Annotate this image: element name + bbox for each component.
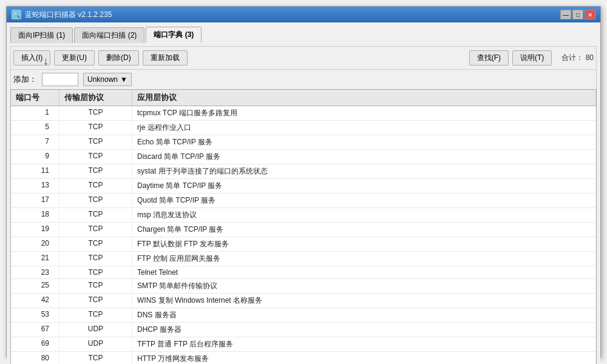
col-header-transport: 传输层协议 <box>59 90 132 106</box>
add-row: 添加： ↑ Unknown ▼ <box>10 69 597 89</box>
table-cell: TCP <box>59 266 132 278</box>
table-cell: systat 用于列举连接了的端口的系统状态 <box>132 164 596 178</box>
table-cell: 5 <box>11 121 59 135</box>
table-row[interactable]: 23TCPTelnet Telnet <box>11 266 596 279</box>
table-cell: TCP <box>59 252 132 266</box>
table-cell: 23 <box>11 266 59 278</box>
table-cell: Daytime 简单 TCP/IP 服务 <box>132 179 596 193</box>
table-cell: TFTP 普通 FTP 后台程序服务 <box>132 337 596 351</box>
total-label: 合计： 80 <box>561 53 594 63</box>
tab-port-dict[interactable]: 端口字典 (3) <box>146 27 202 43</box>
table-cell: DNS 服务器 <box>132 308 596 322</box>
table-cell: 53 <box>11 308 59 322</box>
table-cell: TCP <box>59 106 132 120</box>
col-header-app: 应用层协议 <box>132 90 596 106</box>
table-cell: TCP <box>59 135 132 149</box>
table-cell: TCP <box>59 352 132 364</box>
table-cell: WINS 复制 Windows Internet 名称服务 <box>132 294 596 308</box>
table-cell: Telnet Telnet <box>132 266 596 278</box>
table-cell: TCP <box>59 194 132 207</box>
reload-button[interactable]: 重新加载 <box>143 50 188 66</box>
table-cell: Chargen 简单 TCP/IP 服务 <box>132 223 596 237</box>
table-cell: UDP <box>59 337 132 351</box>
table-cell: 20 <box>11 237 59 251</box>
total-value: 80 <box>586 53 594 62</box>
table-row[interactable]: 7TCPEcho 简单 TCP/IP 服务 <box>11 135 596 150</box>
table-row[interactable]: 42TCPWINS 复制 Windows Internet 名称服务 <box>11 294 596 308</box>
chevron-down-icon: ▼ <box>120 75 127 84</box>
table-cell: FTP 默认数据 FTP 发布服务 <box>132 237 596 251</box>
search-button[interactable]: 查找(F) <box>469 50 509 66</box>
tab-ip-scan[interactable]: 面向IP扫描 (1) <box>10 27 73 43</box>
table-cell: tcpmux TCP 端口服务多路复用 <box>132 106 596 120</box>
table-row[interactable]: 25TCPSMTP 简单邮件传输协议 <box>11 279 596 294</box>
table-row[interactable]: 1TCPtcpmux TCP 端口服务多路复用 <box>11 106 596 121</box>
table-row[interactable]: 18TCPmsp 消息发送协议 <box>11 208 596 223</box>
table-cell: 19 <box>11 223 59 237</box>
table-row[interactable]: 19TCPChargen 简单 TCP/IP 服务 <box>11 223 596 237</box>
table-row[interactable]: 80TCPHTTP 万维网发布服务 <box>11 352 596 364</box>
table-row[interactable]: 5TCPrje 远程作业入口 <box>11 121 596 135</box>
table-row[interactable]: 13TCPDaytime 简单 TCP/IP 服务 <box>11 179 596 194</box>
table-cell: TCP <box>59 179 132 193</box>
close-button[interactable]: ✕ <box>585 10 595 19</box>
window-title: 蓝蛇端口扫描器 v2.1.2.235 <box>25 10 112 20</box>
add-label: 添加： <box>13 74 37 85</box>
table-body: 1TCPtcpmux TCP 端口服务多路复用5TCPrje 远程作业入口7TC… <box>11 106 596 364</box>
table-cell: 25 <box>11 279 59 293</box>
minimize-button[interactable]: — <box>560 10 571 19</box>
table-cell: TCP <box>59 164 132 178</box>
add-port-input[interactable] <box>42 73 78 86</box>
dropdown-label: Unknown <box>87 75 118 84</box>
table-cell: 1 <box>11 106 59 120</box>
protocol-dropdown[interactable]: Unknown ▼ <box>83 73 132 86</box>
table-cell: msp 消息发送协议 <box>132 208 596 222</box>
table-cell: TCP <box>59 308 132 322</box>
table-cell: 67 <box>11 323 59 337</box>
col-header-port: 端口号 <box>11 90 59 106</box>
table-row[interactable]: 69UDPTFTP 普通 FTP 后台程序服务 <box>11 337 596 352</box>
update-button[interactable]: 更新(U) <box>54 50 95 66</box>
table-cell: 69 <box>11 337 59 351</box>
table-cell: 9 <box>11 150 59 164</box>
table-cell: FTP 控制 应用层网关服务 <box>132 252 596 266</box>
table-row[interactable]: 53TCPDNS 服务器 <box>11 308 596 323</box>
tab-bar: 面向IP扫描 (1) 面向端口扫描 (2) 端口字典 (3) <box>10 26 597 42</box>
table-row[interactable]: 21TCPFTP 控制 应用层网关服务 <box>11 252 596 266</box>
window-controls: — □ ✕ <box>560 10 595 19</box>
table-cell: 42 <box>11 294 59 308</box>
table-header: 端口号 传输层协议 应用层协议 <box>11 90 596 106</box>
insert-button[interactable]: 插入(I) <box>13 50 50 66</box>
table-cell: Echo 简单 TCP/IP 服务 <box>132 135 596 149</box>
toolbar: 插入(I) 更新(U) 删除(D) 重新加载 查找(F) 说明(T) 合计： 8… <box>10 46 597 69</box>
table-cell: 13 <box>11 179 59 193</box>
table-cell: 17 <box>11 194 59 207</box>
table-cell: 21 <box>11 252 59 266</box>
table-cell: 11 <box>11 164 59 178</box>
delete-button[interactable]: 删除(D) <box>98 50 139 66</box>
table-cell: SMTP 简单邮件传输协议 <box>132 279 596 293</box>
port-table: 端口号 传输层协议 应用层协议 1TCPtcpmux TCP 端口服务多路复用5… <box>10 89 597 364</box>
title-bar-left: 🔍 蓝蛇端口扫描器 v2.1.2.235 <box>12 10 112 20</box>
arrow-indicator: ↑ <box>42 73 78 86</box>
help-button[interactable]: 说明(T) <box>512 50 552 66</box>
table-cell: TCP <box>59 279 132 293</box>
table-row[interactable]: 20TCPFTP 默认数据 FTP 发布服务 <box>11 237 596 252</box>
table-cell: HTTP 万维网发布服务 <box>132 352 596 364</box>
table-cell: 18 <box>11 208 59 222</box>
app-icon: 🔍 <box>12 10 21 19</box>
title-bar: 🔍 蓝蛇端口扫描器 v2.1.2.235 — □ ✕ <box>7 7 600 22</box>
table-row[interactable]: 17TCPQuotd 简单 TCP/IP 服务 <box>11 194 596 208</box>
table-row[interactable]: 67UDPDHCP 服务器 <box>11 323 596 337</box>
table-cell: TCP <box>59 208 132 222</box>
tab-port-scan[interactable]: 面向端口扫描 (2) <box>74 27 144 43</box>
table-cell: TCP <box>59 121 132 135</box>
table-cell: rje 远程作业入口 <box>132 121 596 135</box>
table-cell: Discard 简单 TCP/IP 服务 <box>132 150 596 164</box>
table-cell: Quotd 简单 TCP/IP 服务 <box>132 194 596 207</box>
maximize-button[interactable]: □ <box>572 10 583 19</box>
table-cell: TCP <box>59 150 132 164</box>
table-cell: UDP <box>59 323 132 337</box>
table-row[interactable]: 11TCPsystat 用于列举连接了的端口的系统状态 <box>11 164 596 179</box>
table-row[interactable]: 9TCPDiscard 简单 TCP/IP 服务 <box>11 150 596 164</box>
